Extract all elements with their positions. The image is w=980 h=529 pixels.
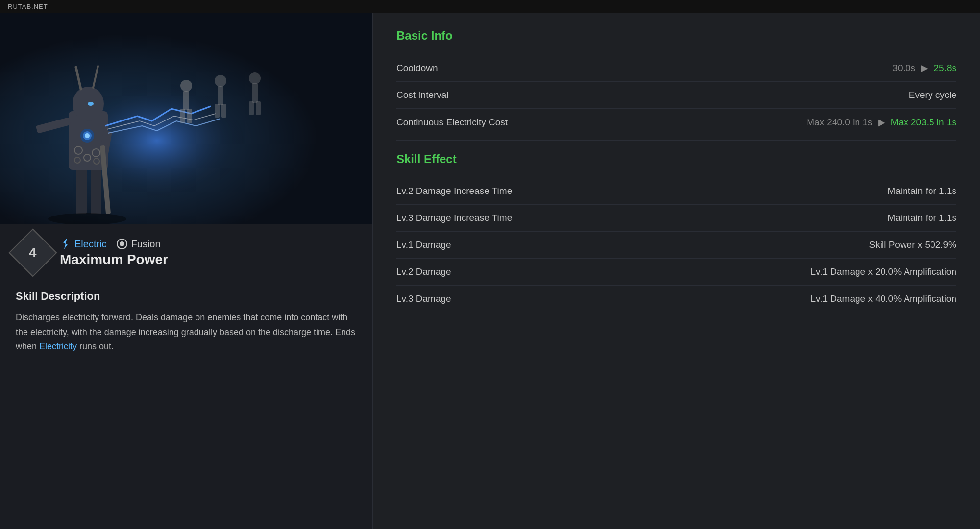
cost-interval-row: Cost Interval Every cycle (396, 82, 956, 109)
svg-point-11 (88, 102, 94, 106)
effect-row-3: Lv.2 Damage Lv.1 Damage x 20.0% Amplific… (396, 259, 956, 286)
svg-rect-25 (249, 101, 254, 115)
cost-interval-value: Every cycle (909, 90, 956, 100)
effect-value-4: Lv.1 Damage x 40.0% Amplification (811, 293, 956, 304)
effect-label-0: Lv.2 Damage Increase Time (396, 186, 512, 196)
effect-value-1: Maintain for 1.1s (888, 213, 956, 223)
effect-row-0: Lv.2 Damage Increase Time Maintain for 1… (396, 178, 956, 205)
cooldown-arrow: ▶ (921, 63, 928, 73)
cooldown-value: 30.0s ▶ 25.8s (892, 62, 956, 73)
effect-value-3: Lv.1 Damage x 20.0% Amplification (811, 266, 956, 277)
elec-arrow: ▶ (878, 117, 885, 127)
skill-effect-title: Skill Effect (396, 152, 956, 166)
effect-value-2: Skill Power x 502.9% (869, 240, 956, 250)
svg-rect-3 (91, 165, 101, 214)
cooldown-new: 25.8s (934, 63, 956, 73)
svg-point-19 (215, 75, 226, 87)
electric-icon (60, 239, 71, 249)
effect-row-2: Lv.1 Damage Skill Power x 502.9% (396, 232, 956, 259)
electricity-link[interactable]: Electricity (39, 341, 77, 351)
electricity-cost-value: Max 240.0 in 1s ▶ Max 203.5 in 1s (807, 117, 956, 128)
description-title: Skill Description (16, 290, 357, 303)
basic-info-title: Basic Info (396, 29, 956, 43)
brand-label: RUTAB.NET (8, 3, 48, 10)
skill-info-header: 4 Electric Fusion Maximum Power (0, 224, 372, 278)
effect-label-2: Lv.1 Damage (396, 240, 451, 250)
svg-rect-17 (180, 109, 185, 123)
fusion-icon (117, 239, 127, 249)
cost-interval-label: Cost Interval (396, 90, 449, 100)
header-text-block: Electric Fusion Maximum Power (60, 239, 168, 267)
svg-rect-24 (252, 83, 258, 103)
effect-value-0: Maintain for 1.1s (888, 186, 956, 196)
tag-electric: Electric (60, 239, 107, 250)
effect-label-4: Lv.3 Damage (396, 293, 451, 304)
svg-rect-21 (215, 104, 220, 118)
main-container: 4 Electric Fusion Maximum Power (0, 13, 980, 529)
effect-label-3: Lv.2 Damage (396, 266, 451, 277)
elec-new: Max 203.5 in 1s (891, 117, 956, 127)
top-bar: RUTAB.NET (0, 0, 980, 13)
skill-number-diamond: 4 (9, 229, 57, 277)
section-divider (396, 140, 956, 141)
tag-fusion: Fusion (117, 239, 161, 250)
effect-row-1: Lv.3 Damage Increase Time Maintain for 1… (396, 205, 956, 232)
skill-description: Skill Description Discharges electricity… (0, 278, 372, 366)
svg-point-15 (180, 80, 192, 92)
svg-rect-26 (256, 101, 261, 115)
effect-row-4: Lv.3 Damage Lv.1 Damage x 40.0% Amplific… (396, 286, 956, 312)
left-panel: 4 Electric Fusion Maximum Power (0, 13, 372, 529)
svg-rect-2 (76, 165, 87, 214)
svg-rect-20 (218, 86, 223, 105)
skill-name: Maximum Power (60, 252, 168, 267)
cooldown-old: 30.0s (892, 63, 915, 73)
cooldown-row: Cooldown 30.0s ▶ 25.8s (396, 54, 956, 82)
skill-image (0, 13, 372, 224)
electricity-cost-label: Continuous Electricity Cost (396, 117, 508, 128)
description-text: Discharges electricity forward. Deals da… (16, 311, 357, 354)
skill-number: 4 (29, 245, 37, 261)
elec-old: Max 240.0 in 1s (807, 117, 872, 127)
skill-tags: Electric Fusion (60, 239, 168, 250)
right-panel: Basic Info Cooldown 30.0s ▶ 25.8s Cost I… (372, 13, 980, 529)
effect-label-1: Lv.3 Damage Increase Time (396, 213, 512, 223)
cooldown-label: Cooldown (396, 63, 438, 73)
svg-point-14 (85, 133, 90, 138)
svg-rect-16 (183, 91, 189, 110)
svg-rect-18 (187, 109, 192, 123)
electricity-cost-row: Continuous Electricity Cost Max 240.0 in… (396, 109, 956, 136)
svg-rect-22 (221, 104, 226, 118)
svg-point-23 (249, 72, 261, 84)
